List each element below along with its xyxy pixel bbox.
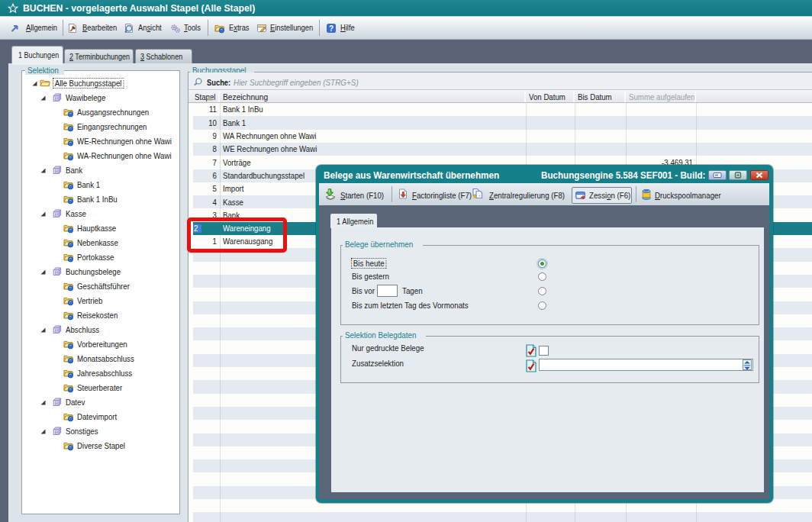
svg-text:?: ? bbox=[329, 24, 334, 33]
